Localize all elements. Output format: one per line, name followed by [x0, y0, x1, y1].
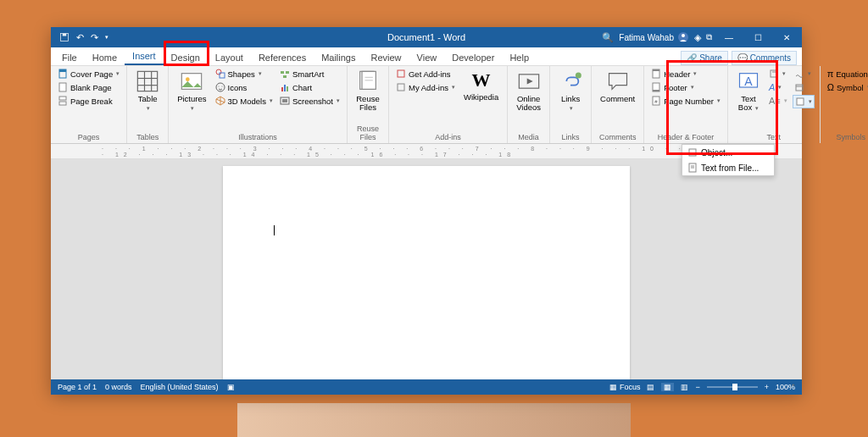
tab-mailings[interactable]: Mailings: [314, 50, 363, 65]
shapes-button[interactable]: Shapes▾: [214, 68, 275, 80]
reuse-files-button[interactable]: Reuse Files: [353, 68, 383, 114]
svg-rect-7: [59, 97, 66, 100]
page-break-button[interactable]: Page Break: [56, 95, 121, 107]
chart-button[interactable]: Chart: [278, 81, 342, 93]
group-addins: Get Add-ins My Add-ins▾ W Wikipedia Add-…: [389, 66, 508, 143]
search-icon[interactable]: 🔍: [602, 32, 614, 43]
comment-button[interactable]: Comment: [597, 68, 638, 105]
read-mode-icon[interactable]: ▤: [647, 383, 654, 391]
word-count[interactable]: 0 words: [105, 383, 132, 391]
tab-view[interactable]: View: [409, 50, 445, 65]
group-symbols: πEquation▾ ΩSymbol▾ Symbols: [821, 66, 868, 143]
footer-button[interactable]: Footer▾: [649, 81, 722, 93]
group-text: A Text Box ▾ ▾ A▾ A≡▾ ▾ ▾ Text: [728, 66, 821, 143]
svg-rect-24: [281, 87, 283, 91]
svg-point-16: [216, 69, 221, 75]
3d-models-button[interactable]: 3D Models▾: [214, 95, 275, 107]
svg-rect-22: [286, 71, 289, 74]
tab-layout[interactable]: Layout: [208, 50, 251, 65]
screenshot-button[interactable]: Screenshot▾: [278, 95, 342, 107]
tab-file[interactable]: File: [54, 50, 85, 65]
tab-developer[interactable]: Developer: [444, 50, 502, 65]
signature-line-button[interactable]: ▾: [793, 68, 815, 80]
date-time-button[interactable]: [793, 81, 815, 93]
get-addins-button[interactable]: Get Add-ins: [394, 68, 457, 80]
group-illustrations: Pictures▾ Shapes▾ Icons 3D Models▾ Smart…: [169, 66, 348, 143]
svg-rect-26: [287, 86, 288, 91]
diamond-icon[interactable]: ◈: [694, 32, 701, 43]
pictures-button[interactable]: Pictures▾: [174, 68, 209, 114]
ribbon-tabs: File Home Insert Design Layout Reference…: [51, 47, 802, 66]
menu-item-object[interactable]: Object...: [682, 145, 774, 160]
svg-point-19: [218, 86, 219, 87]
menu-item-text-from-file[interactable]: Text from File...: [682, 160, 774, 175]
tab-references[interactable]: References: [251, 50, 314, 65]
close-button[interactable]: ✕: [775, 28, 798, 47]
language[interactable]: English (United States): [141, 383, 219, 391]
blank-page-button[interactable]: Blank Page: [56, 81, 121, 93]
svg-rect-50: [797, 98, 804, 105]
icons-button[interactable]: Icons: [214, 81, 275, 93]
collapse-ribbon-icon[interactable]: ⌃: [790, 383, 797, 391]
table-button[interactable]: Table▾: [132, 68, 163, 114]
group-reuse: Reuse Files Reuse Files: [348, 66, 389, 143]
cover-page-button[interactable]: Cover Page▾: [56, 68, 121, 80]
symbol-button[interactable]: ΩSymbol▾: [826, 81, 868, 93]
macro-icon[interactable]: ▣: [227, 383, 235, 391]
tab-design[interactable]: Design: [164, 50, 208, 65]
text-file-icon: [687, 163, 698, 173]
object-button[interactable]: ▾: [793, 95, 815, 108]
svg-rect-6: [59, 83, 66, 91]
object-icon: [687, 147, 698, 158]
page[interactable]: [223, 166, 630, 379]
print-layout-icon[interactable]: ▦: [661, 383, 674, 391]
svg-rect-34: [398, 84, 404, 91]
wikipedia-button[interactable]: W Wikipedia: [460, 68, 502, 103]
maximize-button[interactable]: ☐: [746, 28, 770, 47]
svg-rect-46: [771, 70, 777, 77]
undo-icon[interactable]: ↶: [76, 32, 84, 43]
web-layout-icon[interactable]: ▥: [681, 383, 688, 391]
comments-button[interactable]: 💬 Comments: [732, 51, 797, 65]
equation-button[interactable]: πEquation▾: [826, 68, 868, 80]
page-number-button[interactable]: #Page Number▾: [649, 95, 722, 107]
tab-insert[interactable]: Insert: [125, 48, 164, 65]
text-box-button[interactable]: A Text Box ▾: [733, 68, 764, 114]
qat-dropdown-icon[interactable]: ▾: [105, 34, 108, 41]
drop-cap-button[interactable]: A≡▾: [767, 95, 789, 107]
focus-mode-button[interactable]: ▦ Focus: [609, 383, 640, 391]
save-icon[interactable]: [59, 32, 70, 42]
svg-text:A: A: [744, 75, 753, 88]
redo-icon[interactable]: ↷: [91, 32, 98, 43]
object-dropdown-menu: Object... Text from File...: [682, 144, 775, 176]
header-button[interactable]: Header▾: [649, 68, 722, 80]
tab-review[interactable]: Review: [364, 50, 409, 65]
online-videos-button[interactable]: Online Videos: [513, 68, 544, 114]
smartart-button[interactable]: SmartArt: [278, 68, 342, 80]
document-area[interactable]: [51, 159, 802, 379]
svg-rect-21: [281, 71, 284, 74]
page-indicator[interactable]: Page 1 of 1: [58, 383, 97, 391]
group-media: Online Videos Media: [508, 66, 550, 143]
wordart-button[interactable]: A▾: [767, 81, 789, 93]
user-account[interactable]: Fatima Wahab: [619, 31, 689, 43]
zoom-slider[interactable]: [707, 386, 758, 388]
tab-home[interactable]: Home: [85, 50, 125, 65]
zoom-in-button[interactable]: +: [765, 383, 769, 391]
ribbon: Cover Page▾ Blank Page Page Break Pages …: [51, 66, 802, 144]
svg-rect-39: [653, 69, 659, 71]
svg-rect-41: [653, 90, 659, 91]
zoom-out-button[interactable]: −: [695, 383, 699, 391]
statusbar: Page 1 of 1 0 words English (United Stat…: [51, 379, 802, 395]
app-window-icon[interactable]: ⧉: [706, 32, 712, 42]
quick-parts-button[interactable]: ▾: [767, 68, 789, 80]
minimize-button[interactable]: —: [717, 28, 741, 47]
svg-rect-33: [398, 70, 404, 77]
svg-rect-28: [282, 99, 287, 102]
tab-help[interactable]: Help: [502, 50, 537, 65]
share-button[interactable]: 🔗 Share: [681, 51, 727, 65]
titlebar: ↶ ↷ ▾ Document1 - Word 🔍 Fatima Wahab ◈ …: [51, 27, 802, 47]
links-button[interactable]: Links▾: [555, 68, 586, 114]
my-addins-button[interactable]: My Add-ins▾: [394, 81, 457, 93]
svg-rect-25: [284, 85, 286, 91]
